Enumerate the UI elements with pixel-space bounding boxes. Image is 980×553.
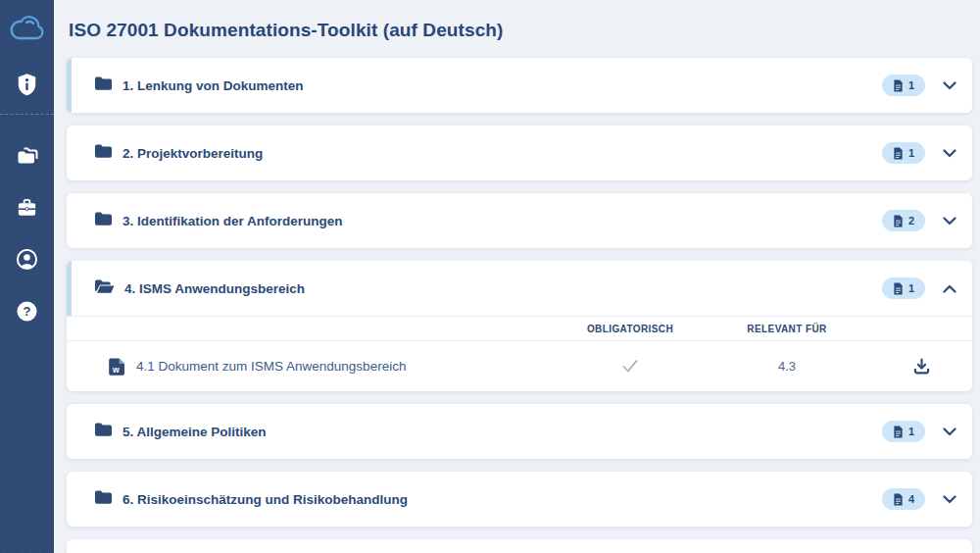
document-name[interactable]: 4.1 Dokument zum ISMS Anwendungsbereich bbox=[136, 359, 406, 374]
document-row: w 4.1 Dokument zum ISMS Anwendungsbereic… bbox=[67, 341, 972, 391]
section-card: 5. Allgemeine Politiken 1 bbox=[67, 404, 972, 459]
section-label: 5. Allgemeine Politiken bbox=[122, 425, 267, 439]
doc-count-badge: 1 bbox=[882, 142, 925, 164]
main-content: ISO 27001 Dokumentations-Toolkit (auf De… bbox=[54, 0, 980, 553]
section-label: 3. Identifikation der Anforderungen bbox=[122, 214, 343, 228]
section-list: 1. Lenkung von Dokumenten 1 bbox=[67, 58, 972, 527]
folder-icon bbox=[94, 278, 115, 298]
document-icon bbox=[893, 215, 904, 227]
chevron-down-icon[interactable] bbox=[942, 492, 956, 507]
cloud-logo[interactable] bbox=[7, 13, 48, 44]
doc-count: 4 bbox=[908, 493, 914, 505]
section-header[interactable]: 6. Risikoeinschätzung und Risikobehandlu… bbox=[67, 472, 972, 527]
doc-count: 1 bbox=[908, 426, 914, 437]
checkmark-icon bbox=[621, 359, 639, 374]
section-card: 6. Risikoeinschätzung und Risikobehandlu… bbox=[67, 472, 972, 527]
chevron-down-icon[interactable] bbox=[942, 425, 956, 439]
chevron-down-icon[interactable] bbox=[942, 214, 956, 228]
folder-icon bbox=[94, 489, 113, 509]
chevron-down-icon[interactable] bbox=[942, 78, 956, 93]
shield-info-icon[interactable] bbox=[15, 72, 40, 97]
doc-count: 1 bbox=[908, 147, 914, 159]
folder-icon bbox=[94, 211, 113, 230]
sidebar: ? bbox=[0, 0, 54, 553]
section-header[interactable]: 1. Lenkung von Dokumenten 1 bbox=[67, 58, 972, 113]
folders-icon[interactable] bbox=[15, 142, 40, 168]
section-label: 4. ISMS Anwendungsbereich bbox=[124, 281, 305, 296]
chevron-up-icon[interactable] bbox=[942, 281, 956, 296]
doc-count: 2 bbox=[908, 215, 914, 226]
section-card: 2. Projektvorbereitung 1 bbox=[67, 126, 972, 180]
doc-count: 1 bbox=[908, 79, 914, 91]
doc-count-badge: 1 bbox=[882, 421, 925, 442]
document-icon bbox=[893, 426, 904, 438]
column-header-obligatorisch: OBLIGATORISCH bbox=[557, 324, 704, 334]
document-icon bbox=[893, 79, 904, 92]
download-icon[interactable] bbox=[913, 358, 930, 375]
page-title: ISO 27001 Dokumentations-Toolkit (auf De… bbox=[69, 20, 972, 41]
folder-icon bbox=[94, 75, 113, 95]
section-label: 6. Risikoeinschätzung und Risikobehandlu… bbox=[122, 492, 408, 507]
document-icon bbox=[893, 282, 904, 295]
help-icon[interactable]: ? bbox=[15, 298, 40, 324]
section-label: 2. Projektvorbereitung bbox=[122, 146, 263, 161]
column-header-relevant-fuer: RELEVANT FÜR bbox=[704, 324, 870, 334]
section-header[interactable]: 3. Identifikation der Anforderungen 2 bbox=[67, 193, 972, 248]
table-header-row: OBLIGATORISCH RELEVANT FÜR bbox=[67, 316, 972, 341]
svg-text:?: ? bbox=[24, 303, 31, 318]
document-rows: w 4.1 Dokument zum ISMS Anwendungsbereic… bbox=[67, 341, 972, 391]
section-content: OBLIGATORISCH RELEVANT FÜR w 4.1 Dokumen… bbox=[67, 316, 972, 391]
doc-count-badge: 2 bbox=[882, 210, 925, 231]
word-document-icon: w bbox=[108, 358, 125, 376]
section-header[interactable]: 5. Allgemeine Politiken 1 bbox=[67, 404, 972, 459]
svg-text:w: w bbox=[112, 365, 120, 375]
doc-count-badge: 4 bbox=[882, 488, 925, 510]
section-card-partial[interactable] bbox=[67, 539, 972, 553]
document-icon bbox=[893, 147, 904, 160]
briefcase-icon[interactable] bbox=[15, 194, 40, 220]
document-icon bbox=[893, 493, 904, 506]
section-header[interactable]: 4. ISMS Anwendungsbereich 1 bbox=[67, 261, 972, 316]
doc-count-badge: 1 bbox=[882, 277, 925, 299]
user-icon[interactable] bbox=[15, 246, 40, 272]
sidebar-divider bbox=[0, 114, 54, 115]
doc-count-badge: 1 bbox=[882, 75, 925, 96]
relevant-for-value: 4.3 bbox=[704, 359, 870, 374]
folder-icon bbox=[94, 143, 113, 163]
chevron-down-icon[interactable] bbox=[942, 146, 956, 161]
section-card: 4. ISMS Anwendungsbereich 1 OBLI bbox=[67, 261, 972, 391]
folder-icon bbox=[94, 422, 113, 441]
doc-count: 1 bbox=[908, 282, 914, 294]
section-card: 3. Identifikation der Anforderungen 2 bbox=[67, 193, 972, 248]
sidebar-nav: ? bbox=[15, 142, 40, 324]
section-header[interactable]: 2. Projektvorbereitung 1 bbox=[67, 126, 972, 180]
section-card: 1. Lenkung von Dokumenten 1 bbox=[67, 58, 972, 113]
section-label: 1. Lenkung von Dokumenten bbox=[122, 78, 304, 93]
